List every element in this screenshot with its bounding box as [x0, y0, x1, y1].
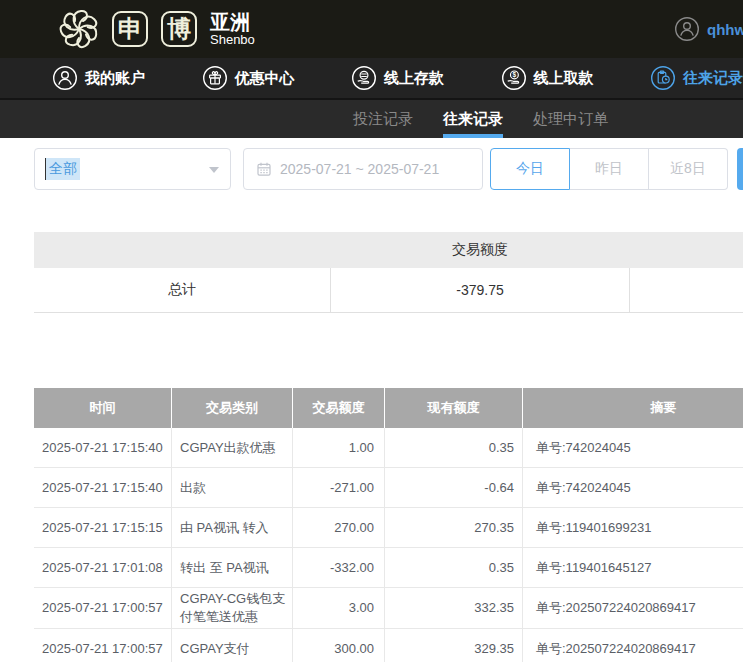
cell-time: 2025-07-21 17:15:15: [34, 508, 172, 547]
yesterday-button[interactable]: 昨日: [570, 148, 649, 190]
cell-amount: -271.00: [293, 468, 385, 507]
cell-balance: 270.35: [385, 508, 523, 547]
promo-icon: [202, 65, 228, 91]
summary-total-label: 总计: [34, 268, 330, 312]
summary-header-amount: 交易额度: [330, 241, 630, 259]
cell-type: CGPAY出款优惠: [172, 428, 293, 467]
cell-type: 转出 至 PA视讯: [172, 548, 293, 587]
nav-item-promotions[interactable]: 优惠中心: [202, 65, 295, 91]
summary-header: 交易额度: [34, 232, 743, 268]
nav-item-records[interactable]: 往来记录: [650, 65, 743, 91]
username: qhhw: [707, 21, 743, 38]
cell-balance: 332.35: [385, 588, 523, 628]
transactions-table-header: 时间 交易类别 交易额度 现有额度 摘要: [34, 388, 743, 428]
table-row: 2025-07-21 17:15:40CGPAY出款优惠1.000.35单号:7…: [34, 428, 743, 468]
logo-brand-en: Shenbo: [210, 33, 255, 47]
cell-amount: 300.00: [293, 629, 385, 662]
deposit-icon: [351, 65, 377, 91]
last8days-button[interactable]: 近8日: [649, 148, 728, 190]
nav-item-account[interactable]: 我的账户: [52, 65, 145, 91]
cell-type: 出款: [172, 468, 293, 507]
tab-betting-records[interactable]: 投注记录: [353, 100, 413, 138]
flower-logo-icon: [55, 5, 103, 53]
summary-table: 交易额度 总计 -379.75: [34, 232, 743, 313]
logo-char-box-1: 申: [112, 11, 148, 47]
nav-label: 往来记录: [683, 69, 743, 88]
page: 申 博 亚洲 Shenbo qhhw: [0, 0, 743, 662]
filter-row: 全部 2025-07-21 ~ 2025-07-21 今日 昨日 近8日: [34, 148, 743, 190]
chevron-down-icon: [209, 167, 219, 173]
nav-item-deposit[interactable]: 线上存款: [351, 65, 444, 91]
cell-note: 单号:202507224020869417: [523, 588, 743, 628]
col-header-amount: 交易额度: [293, 388, 385, 428]
cell-amount: 270.00: [293, 508, 385, 547]
summary-total-value: -379.75: [330, 268, 630, 312]
brand-logo[interactable]: 申 博 亚洲 Shenbo: [55, 5, 255, 53]
cell-time: 2025-07-21 17:00:57: [34, 629, 172, 662]
logo-char-box-2: 博: [161, 11, 197, 47]
summary-row: 总计 -379.75: [34, 268, 743, 313]
cell-amount: 3.00: [293, 588, 385, 628]
user-avatar-icon: [674, 16, 700, 42]
logo-region-cn: 亚洲: [210, 12, 255, 33]
cell-note: 单号:202507224020869417: [523, 629, 743, 662]
date-range-value: 2025-07-21 ~ 2025-07-21: [280, 161, 439, 177]
col-header-type: 交易类别: [172, 388, 293, 428]
table-row: 2025-07-21 17:00:57CGPAY-CG钱包支付笔笔送优惠3.00…: [34, 588, 743, 629]
cell-time: 2025-07-21 17:00:57: [34, 588, 172, 628]
nav-label: 我的账户: [85, 69, 145, 88]
table-row: 2025-07-21 17:01:08转出 至 PA视讯-332.000.35单…: [34, 548, 743, 588]
nav-label: 优惠中心: [235, 69, 295, 88]
tab-transaction-records[interactable]: 往来记录: [443, 100, 503, 138]
col-header-note: 摘要: [523, 388, 743, 428]
cell-time: 2025-07-21 17:15:40: [34, 428, 172, 467]
main-nav: 我的账户 优惠中心: [0, 58, 743, 100]
cell-type: CGPAY支付: [172, 629, 293, 662]
transactions-table: 时间 交易类别 交易额度 现有额度 摘要 2025-07-21 17:15:40…: [34, 388, 743, 662]
cell-note: 单号:742024045: [523, 468, 743, 507]
nav-item-withdraw[interactable]: $ 线上取款: [501, 65, 594, 91]
quick-date-buttons: 今日 昨日 近8日: [490, 148, 728, 190]
user-area[interactable]: qhhw: [674, 0, 743, 58]
withdraw-icon: $: [501, 65, 527, 91]
records-icon: [650, 65, 676, 91]
cell-note: 单号:119401699231: [523, 508, 743, 547]
account-icon: [52, 65, 78, 91]
search-button[interactable]: [737, 148, 743, 190]
today-button[interactable]: 今日: [490, 148, 570, 190]
cell-balance: -0.64: [385, 468, 523, 507]
cell-balance: 0.35: [385, 428, 523, 467]
svg-text:$: $: [512, 71, 516, 79]
calendar-icon: [256, 161, 272, 177]
col-header-balance: 现有额度: [385, 388, 523, 428]
cell-balance: 329.35: [385, 629, 523, 662]
cell-amount: -332.00: [293, 548, 385, 587]
summary-empty-cell: [630, 268, 743, 312]
nav-label: 线上取款: [534, 69, 594, 88]
cell-note: 单号:742024045: [523, 428, 743, 467]
cell-balance: 0.35: [385, 548, 523, 587]
cell-time: 2025-07-21 17:15:40: [34, 468, 172, 507]
top-header: 申 博 亚洲 Shenbo qhhw: [0, 0, 743, 58]
cell-type: CGPAY-CG钱包支付笔笔送优惠: [172, 588, 293, 628]
col-header-time: 时间: [34, 388, 172, 428]
sub-nav: 投注记录 往来记录 处理中订单: [0, 100, 743, 138]
table-row: 2025-07-21 17:15:15由 PA视讯 转入270.00270.35…: [34, 508, 743, 548]
transactions-table-body: 2025-07-21 17:15:40CGPAY出款优惠1.000.35单号:7…: [34, 428, 743, 662]
cell-time: 2025-07-21 17:01:08: [34, 548, 172, 587]
nav-label: 线上存款: [384, 69, 444, 88]
cell-type: 由 PA视讯 转入: [172, 508, 293, 547]
type-dropdown[interactable]: 全部: [34, 148, 231, 190]
tab-pending-orders[interactable]: 处理中订单: [533, 100, 608, 138]
table-row: 2025-07-21 17:00:57CGPAY支付300.00329.35单号…: [34, 629, 743, 662]
cell-amount: 1.00: [293, 428, 385, 467]
table-row: 2025-07-21 17:15:40出款-271.00-0.64单号:7420…: [34, 468, 743, 508]
logo-region-text: 亚洲 Shenbo: [210, 12, 255, 47]
type-dropdown-value: 全部: [45, 158, 80, 180]
cell-note: 单号:119401645127: [523, 548, 743, 587]
date-range-input[interactable]: 2025-07-21 ~ 2025-07-21: [243, 148, 483, 190]
